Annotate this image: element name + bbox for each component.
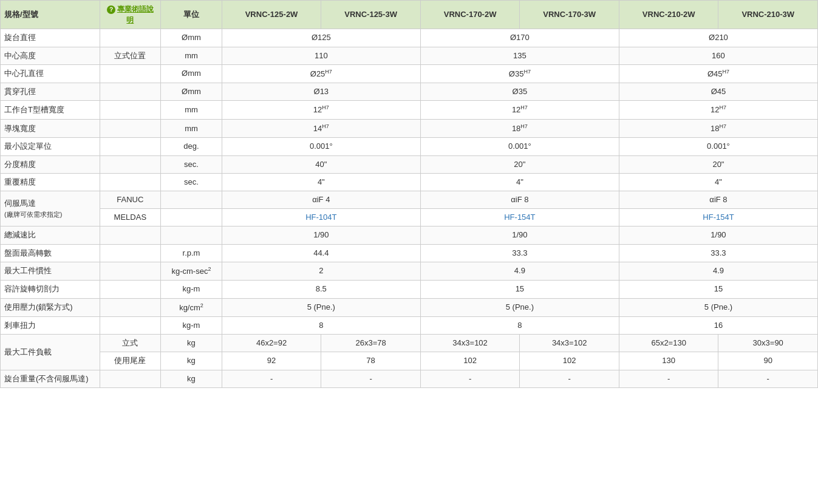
unit-label: Ømm — [161, 29, 222, 47]
table-cell: 1/90 — [222, 226, 420, 244]
table-cell: 4" — [222, 173, 420, 191]
table-cell: 20" — [420, 155, 619, 173]
table-cell: αiF 4 — [222, 191, 420, 209]
table-cell: 4" — [619, 173, 817, 191]
table-cell: HF-154T — [619, 209, 817, 226]
spec-label: 總減速比 — [1, 226, 100, 244]
spec-label: 分度精度 — [1, 155, 100, 173]
spec-label: 中心孔直徑 — [1, 64, 100, 83]
table-cell: 4.9 — [420, 262, 619, 281]
header-model-0: VRNC-125-2W — [222, 1, 321, 29]
unit-label: mm — [161, 119, 222, 138]
table-cell: 16 — [619, 317, 817, 335]
table-cell: 30x3=90 — [718, 335, 818, 352]
unit-label: Ømm — [161, 83, 222, 101]
table-cell: - — [420, 370, 520, 387]
specs-table: 規格/型號 ？專業術語說明 單位 VRNC-125-2W VRNC-125-3W… — [0, 0, 818, 388]
table-cell: 26x3=78 — [321, 335, 421, 352]
table-cell: 0.001° — [619, 138, 817, 155]
spec-label: 旋台直徑 — [1, 29, 100, 47]
table-cell: 92 — [222, 352, 321, 370]
sub-label — [100, 226, 161, 244]
table-cell: HF-154T — [420, 209, 619, 226]
table-cell: 12H7 — [222, 101, 420, 120]
table-cell: HF-104T — [222, 209, 420, 226]
spec-label: 最大工件負載 — [1, 335, 100, 370]
table-cell: αiF 8 — [420, 191, 619, 209]
sub-label: FANUC — [100, 191, 161, 209]
sub-label — [100, 244, 161, 262]
table-cell: 44.4 — [222, 244, 420, 262]
table-cell: Ø210 — [619, 29, 817, 47]
table-cell: 5 (Pne.) — [222, 298, 420, 317]
spec-label: 導塊寬度 — [1, 119, 100, 138]
table-cell: 4.9 — [619, 262, 817, 281]
unit-label — [161, 209, 222, 226]
header-model-1: VRNC-125-3W — [321, 1, 421, 29]
table-cell: 46x2=92 — [222, 335, 321, 352]
sub-label — [100, 298, 161, 317]
sub-label — [100, 64, 161, 83]
sub-label: 立式 — [100, 335, 161, 352]
header-sub: ？專業術語說明 — [100, 1, 161, 29]
header-spec: 規格/型號 — [1, 1, 100, 29]
table-cell: 18H7 — [619, 119, 817, 138]
sub-label — [100, 155, 161, 173]
table-cell: 1/90 — [619, 226, 817, 244]
table-cell: 65x2=130 — [619, 335, 718, 352]
header-model-4: VRNC-210-2W — [619, 1, 718, 29]
table-cell: 130 — [619, 352, 718, 370]
table-cell: - — [321, 370, 421, 387]
table-cell: 5 (Pne.) — [619, 298, 817, 317]
header-model-5: VRNC-210-3W — [718, 1, 818, 29]
header-unit: 單位 — [161, 1, 222, 29]
table-cell: 1/90 — [420, 226, 619, 244]
table-cell: 90 — [718, 352, 818, 370]
table-cell: - — [222, 370, 321, 387]
table-cell: 2 — [222, 262, 420, 281]
table-cell: - — [520, 370, 619, 387]
sub-label — [100, 173, 161, 191]
spec-label: 使用壓力(鎖緊方式) — [1, 298, 100, 317]
spec-label: 盤面最高轉數 — [1, 244, 100, 262]
sub-label: 立式位置 — [100, 47, 161, 64]
unit-label: kg — [161, 352, 222, 370]
table-cell: Ø45H7 — [619, 64, 817, 83]
sub-label: 使用尾座 — [100, 352, 161, 370]
unit-label: kg-cm-sec2 — [161, 262, 222, 281]
unit-label — [161, 191, 222, 209]
table-cell: 33.3 — [420, 244, 619, 262]
unit-label: r.p.m — [161, 244, 222, 262]
sub-label — [100, 119, 161, 138]
unit-label: sec. — [161, 173, 222, 191]
table-cell: 102 — [420, 352, 520, 370]
table-cell: 34x3=102 — [420, 335, 520, 352]
sub-label — [100, 29, 161, 47]
spec-label: 最大工件慣性 — [1, 262, 100, 281]
table-cell: 15 — [619, 281, 817, 298]
spec-label: 重覆精度 — [1, 173, 100, 191]
table-cell: Ø35 — [420, 83, 619, 101]
unit-label — [161, 226, 222, 244]
unit-label: sec. — [161, 155, 222, 173]
sub-label — [100, 370, 161, 387]
unit-label: kg-m — [161, 317, 222, 335]
table-cell: - — [718, 370, 818, 387]
term-link[interactable]: 專業術語說明 — [117, 5, 154, 24]
header-model-2: VRNC-170-2W — [420, 1, 520, 29]
table-cell: 12H7 — [420, 101, 619, 120]
table-cell: 12H7 — [619, 101, 817, 120]
table-cell: Ø13 — [222, 83, 420, 101]
spec-label: 剎車扭力 — [1, 317, 100, 335]
sub-label — [100, 281, 161, 298]
table-cell: 40" — [222, 155, 420, 173]
table-cell: 110 — [222, 47, 420, 64]
table-cell: 78 — [321, 352, 421, 370]
info-icon[interactable]: ？ — [107, 5, 115, 14]
spec-label: 工作台T型槽寬度 — [1, 101, 100, 120]
table-cell: 160 — [619, 47, 817, 64]
table-cell: 0.001° — [222, 138, 420, 155]
table-cell: 8 — [420, 317, 619, 335]
table-cell: 102 — [520, 352, 619, 370]
table-cell: 20" — [619, 155, 817, 173]
